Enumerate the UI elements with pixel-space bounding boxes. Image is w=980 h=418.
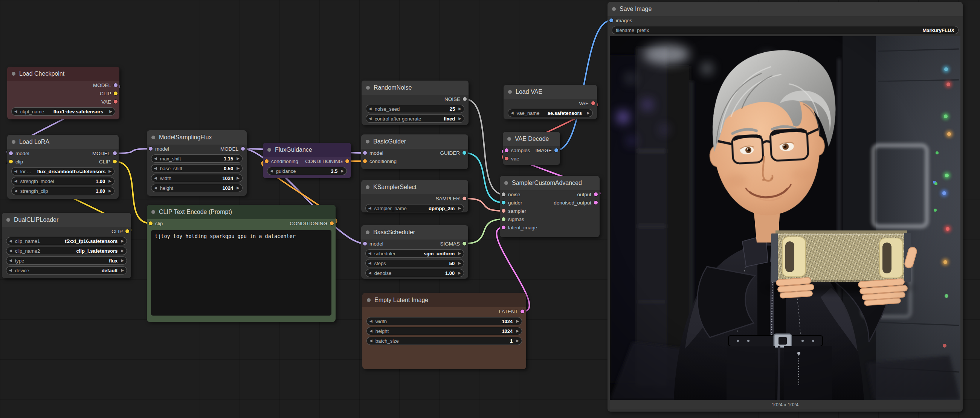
increment-arrow-icon[interactable]: ▶ [237, 186, 240, 190]
decrement-arrow-icon[interactable]: ◀ [14, 189, 18, 193]
widget-lor-[interactable]: ◀lor ...flux_dreambooth.safetensors▶ [11, 167, 115, 175]
collapse-dot[interactable] [612, 7, 616, 11]
widget-ckpt-name[interactable]: ◀ckpt_nameflux1-dev.safetensors▶ [11, 107, 115, 116]
decrement-arrow-icon[interactable]: ◀ [9, 259, 12, 262]
node-load-lora[interactable]: Load LoRAmodelMODELclipCLIP◀lor ...flux_… [7, 135, 119, 199]
decrement-arrow-icon[interactable]: ◀ [368, 251, 371, 255]
collapse-dot[interactable] [508, 137, 511, 141]
node-header[interactable]: Save Image [608, 2, 963, 16]
increment-arrow-icon[interactable]: ▶ [108, 179, 111, 183]
node-random-noise[interactable]: RandomNoiseNOISE◀noise_seed25▶◀control a… [361, 81, 469, 125]
increment-arrow-icon[interactable]: ▶ [341, 169, 344, 173]
node-header[interactable]: SamplerCustomAdvanced [500, 176, 600, 190]
collapse-dot[interactable] [151, 135, 155, 139]
collapse-dot[interactable] [366, 86, 370, 90]
output-port-NOISE[interactable] [463, 97, 467, 101]
decrement-arrow-icon[interactable]: ◀ [9, 249, 12, 253]
increment-arrow-icon[interactable]: ▶ [121, 259, 124, 262]
collapse-dot[interactable] [267, 148, 271, 152]
increment-arrow-icon[interactable]: ▶ [587, 111, 590, 115]
increment-arrow-icon[interactable]: ▶ [108, 170, 111, 173]
node-load-checkpoint[interactable]: Load CheckpointMODELCLIPVAE◀ckpt_nameflu… [7, 67, 119, 119]
collapse-dot[interactable] [367, 298, 371, 302]
input-port-noise[interactable] [502, 192, 506, 196]
decrement-arrow-icon[interactable]: ◀ [369, 117, 372, 121]
increment-arrow-icon[interactable]: ▶ [516, 319, 519, 323]
input-port-model[interactable] [363, 151, 367, 155]
output-port-GUIDER[interactable] [463, 151, 466, 155]
node-header[interactable]: ModelSamplingFlux [147, 130, 247, 145]
decrement-arrow-icon[interactable]: ◀ [368, 207, 371, 210]
widget-width[interactable]: ◀width1024▶ [366, 317, 522, 325]
widget-strength-clip[interactable]: ◀strength_clip1.00▶ [11, 187, 115, 195]
decrement-arrow-icon[interactable]: ◀ [14, 170, 18, 173]
node-header[interactable]: Load LoRA [7, 135, 119, 149]
input-port-model[interactable] [363, 242, 367, 246]
node-dual-clip-loader[interactable]: DualCLIPLoaderCLIP◀clip_name1t5xxl_fp16.… [2, 213, 131, 278]
output-port-MODEL[interactable] [114, 83, 118, 87]
increment-arrow-icon[interactable]: ▶ [237, 167, 240, 170]
input-port-guider[interactable] [502, 201, 506, 205]
output-port-MODEL[interactable] [113, 151, 117, 155]
output-port-denoised_output[interactable] [594, 201, 598, 205]
widget-clip-name1[interactable]: ◀clip_name1t5xxl_fp16.safetensors▶ [6, 237, 127, 245]
widget-vae-name[interactable]: ◀vae_nameae.safetensors▶ [508, 109, 593, 117]
decrement-arrow-icon[interactable]: ◀ [369, 339, 372, 343]
decrement-arrow-icon[interactable]: ◀ [369, 329, 372, 333]
input-port-sigmas[interactable] [502, 217, 506, 221]
widget-sampler-name[interactable]: ◀sampler_namedpmpp_2m▶ [365, 204, 464, 212]
collapse-dot[interactable] [12, 72, 16, 76]
widget-height[interactable]: ◀height1024▶ [366, 327, 522, 335]
collapse-dot[interactable] [366, 140, 369, 143]
input-port-latent_image[interactable] [502, 226, 506, 229]
output-port-CLIP[interactable] [114, 92, 118, 95]
decrement-arrow-icon[interactable]: ◀ [14, 179, 18, 183]
node-vae-decode[interactable]: VAE DecodesamplesIMAGEvae [503, 132, 560, 165]
node-header[interactable]: CLIP Text Encode (Prompt) [147, 205, 336, 219]
widget-filename-prefix[interactable]: filename_prefix MarkuryFLUX [612, 26, 959, 34]
increment-arrow-icon[interactable]: ▶ [458, 261, 461, 265]
increment-arrow-icon[interactable]: ▶ [458, 107, 461, 111]
decrement-arrow-icon[interactable]: ◀ [14, 110, 18, 113]
widget-scheduler[interactable]: ◀schedulersgm_uniform▶ [365, 249, 464, 257]
widget-type[interactable]: ◀typeflux▶ [6, 256, 127, 265]
node-model-sampling-flux[interactable]: ModelSamplingFluxmodelMODEL◀max_shift1.1… [147, 130, 247, 196]
node-header[interactable]: Load Checkpoint [7, 67, 119, 81]
output-port-CLIP[interactable] [113, 160, 117, 164]
collapse-dot[interactable] [6, 218, 10, 222]
increment-arrow-icon[interactable]: ▶ [516, 339, 519, 343]
node-load-vae[interactable]: Load VAEVAE◀vae_nameae.safetensors▶ [504, 85, 597, 119]
increment-arrow-icon[interactable]: ▶ [458, 207, 461, 210]
node-sampler-custom-advanced[interactable]: SamplerCustomAdvancednoiseoutputguiderde… [500, 176, 600, 237]
input-port-conditioning[interactable] [265, 159, 269, 163]
node-header[interactable]: RandomNoise [361, 81, 469, 95]
decrement-arrow-icon[interactable]: ◀ [368, 271, 371, 275]
increment-arrow-icon[interactable]: ▶ [458, 271, 461, 275]
input-port-sampler[interactable] [502, 209, 506, 213]
node-header[interactable]: BasicGuider [361, 134, 468, 149]
output-port-output[interactable] [594, 192, 598, 196]
node-header[interactable]: KSamplerSelect [361, 180, 468, 194]
increment-arrow-icon[interactable]: ▶ [516, 329, 519, 333]
collapse-dot[interactable] [151, 210, 155, 214]
decrement-arrow-icon[interactable]: ◀ [369, 319, 372, 323]
increment-arrow-icon[interactable]: ▶ [458, 251, 461, 255]
node-flux-guidance[interactable]: FluxGuidanceconditioningCONDITIONING◀gui… [263, 143, 351, 178]
node-header[interactable]: Load VAE [504, 85, 597, 99]
node-basic-scheduler[interactable]: BasicSchedulermodelSIGMAS◀schedulersgm_u… [361, 225, 468, 279]
increment-arrow-icon[interactable]: ▶ [121, 249, 124, 253]
decrement-arrow-icon[interactable]: ◀ [154, 176, 157, 180]
node-header[interactable]: VAE Decode [503, 132, 560, 146]
widget-batch-size[interactable]: ◀batch_size1▶ [366, 337, 522, 345]
input-port-model[interactable] [9, 151, 13, 155]
decrement-arrow-icon[interactable]: ◀ [511, 111, 514, 115]
prompt-textarea[interactable]: tjtoy toy holding sparkgpu gpu in a data… [151, 230, 331, 316]
decrement-arrow-icon[interactable]: ◀ [9, 269, 12, 272]
widget-control-after-generate[interactable]: ◀control after generatefixed▶ [366, 114, 465, 123]
output-port-VAE[interactable] [591, 101, 595, 105]
node-header[interactable]: Empty Latent Image [362, 293, 526, 307]
increment-arrow-icon[interactable]: ▶ [237, 176, 240, 180]
widget-device[interactable]: ◀devicedefault▶ [6, 266, 127, 275]
increment-arrow-icon[interactable]: ▶ [458, 117, 461, 121]
input-port-images[interactable] [609, 19, 613, 22]
